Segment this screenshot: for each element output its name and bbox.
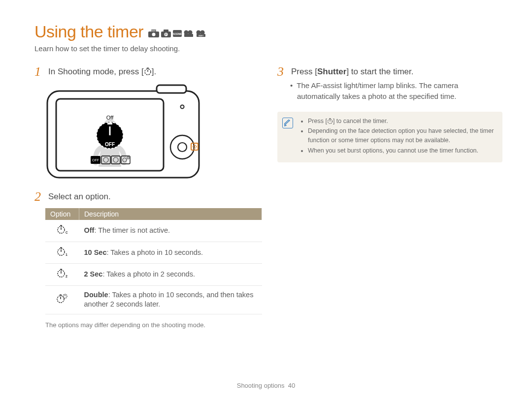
note-icon xyxy=(282,118,293,128)
content-columns: 1 In Shooting mode, press []. xyxy=(34,66,502,329)
svg-text:SMART: SMART xyxy=(199,34,204,36)
svg-rect-51 xyxy=(60,247,62,248)
step-2-text: Select an option. xyxy=(48,191,260,203)
svg-point-2 xyxy=(152,32,156,36)
manual-page: Using the timer SMART P SCENE SMART Lear… xyxy=(0,0,532,401)
table-header-row: Option Description xyxy=(45,208,262,220)
footer-section: Shooting options xyxy=(237,382,285,389)
timer-icon xyxy=(144,67,152,75)
option-icon-off: OFF xyxy=(45,220,79,242)
timer-icon xyxy=(327,118,333,124)
th-option: Option xyxy=(45,208,79,220)
note-list: Press [] to cancel the timer. Depending … xyxy=(300,117,496,156)
page-footer: Shooting options 40 xyxy=(0,382,532,389)
step-3: 3 Press [Shutter] to start the timer. xyxy=(277,66,502,78)
svg-text:OFF: OFF xyxy=(66,231,67,234)
mode-movie-smart-icon: SMART xyxy=(196,30,206,37)
step-2-number: 2 xyxy=(34,190,43,203)
left-column: 1 In Shooting mode, press []. xyxy=(34,66,260,329)
options-footnote: The options may differ depending on the … xyxy=(45,321,260,329)
table-row: 2 2 Sec: Takes a photo in 2 seconds. xyxy=(45,264,262,286)
svg-rect-27 xyxy=(107,123,112,124)
camera-screen-label-off: Off xyxy=(106,115,114,121)
footer-page-number: 40 xyxy=(288,382,295,389)
svg-text:10: 10 xyxy=(66,253,67,256)
note-item: Depending on the face detection option y… xyxy=(308,126,496,145)
note-item: Press [] to cancel the timer. xyxy=(308,117,496,126)
th-description: Description xyxy=(79,208,262,220)
svg-rect-59 xyxy=(60,295,62,296)
note-box: Press [] to cancel the timer. Depending … xyxy=(277,112,502,162)
step-3-text: Press [Shutter] to start the timer. xyxy=(291,66,502,78)
step-1-text: In Shooting mode, press []. xyxy=(48,66,260,78)
svg-rect-64 xyxy=(329,118,331,119)
option-desc: Double: Takes a photo in 10 seconds, and… xyxy=(79,285,262,314)
table-row: 10 10 Sec: Takes a photo in 10 seconds. xyxy=(45,242,262,264)
svg-rect-55 xyxy=(60,269,62,270)
title-line: Using the timer SMART P SCENE SMART xyxy=(34,22,502,41)
option-icon-10sec: 10 xyxy=(45,242,79,264)
svg-rect-12 xyxy=(184,34,193,37)
svg-text:OFF: OFF xyxy=(92,158,99,162)
note-item: When you set burst options, you cannot u… xyxy=(308,146,496,155)
svg-rect-47 xyxy=(60,225,62,226)
table-row: Double: Takes a photo in 10 seconds, and… xyxy=(45,285,262,314)
mode-camera-p-icon: P xyxy=(161,30,171,37)
camera-illustration: Off OFF OFF xyxy=(45,84,260,185)
right-column: 3 Press [Shutter] to start the timer. Th… xyxy=(277,66,502,329)
option-icon-double xyxy=(45,285,79,314)
mode-icons-group: SMART P SCENE SMART xyxy=(148,27,206,37)
options-table: Option Description OFF Off: The timer is… xyxy=(45,208,262,314)
svg-rect-21 xyxy=(157,85,186,93)
option-desc: 2 Sec: Takes a photo in 2 seconds. xyxy=(79,264,262,286)
step-3-number: 3 xyxy=(277,65,286,78)
svg-text:2: 2 xyxy=(66,275,67,278)
svg-text:SMART: SMART xyxy=(151,30,157,31)
step-1: 1 In Shooting mode, press []. xyxy=(34,66,260,78)
option-desc: Off: The timer is not active. xyxy=(79,220,262,242)
page-title: Using the timer xyxy=(34,22,143,41)
step-3-bullet: The AF-assist light/timer lamp blinks. T… xyxy=(297,80,502,102)
step-2: 2 Select an option. xyxy=(34,191,260,203)
step-1-number: 1 xyxy=(34,65,43,78)
option-icon-2sec: 2 xyxy=(45,264,79,286)
svg-text:SCENE: SCENE xyxy=(173,32,182,35)
svg-rect-19 xyxy=(147,68,149,69)
option-desc: 10 Sec: Takes a photo in 10 seconds. xyxy=(79,242,262,264)
svg-text:OFF: OFF xyxy=(105,142,115,147)
table-row: OFF Off: The timer is not active. xyxy=(45,220,262,242)
mode-camera-smart-icon: SMART xyxy=(148,30,159,37)
mode-movie-icon xyxy=(184,30,194,37)
mode-scene-icon: SCENE xyxy=(173,30,182,37)
page-subtitle: Learn how to set the timer to delay shoo… xyxy=(34,44,502,53)
svg-rect-5 xyxy=(164,30,168,32)
